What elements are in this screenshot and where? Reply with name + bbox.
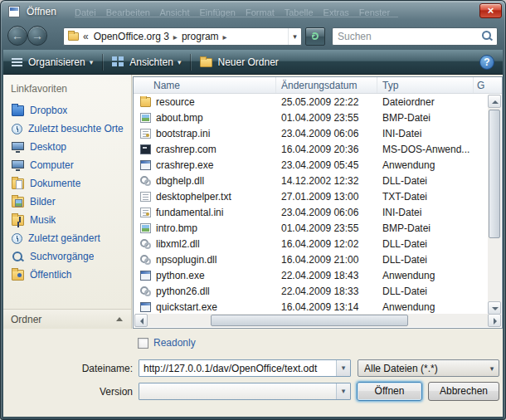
forward-button[interactable]: [27, 26, 47, 46]
file-date-cell: 25.05.2009 22:22: [276, 96, 377, 108]
filetype-select[interactable]: Alle Dateien (*.*): [358, 359, 499, 377]
column-header-name[interactable]: Name: [134, 77, 276, 93]
scroll-up-button[interactable]: [488, 95, 501, 108]
back-button[interactable]: [7, 26, 27, 46]
chevron-right-icon[interactable]: [171, 32, 180, 42]
file-row-libxml2-dll[interactable]: libxml2.dll 16.04.2009 12:02 DLL-Datei: [134, 236, 489, 252]
window-title: Öffnen: [27, 6, 56, 17]
file-row-dbghelp-dll[interactable]: dbghelp.dll 14.12.2002 12:32 DLL-Datei: [134, 173, 489, 188]
file-row-fundamental-ini[interactable]: fundamental.ini 23.04.2009 06:06 INI-Dat…: [134, 204, 489, 220]
file-row-bootstrap-ini[interactable]: bootstrap.ini 23.04.2009 06:06 INI-Datei: [134, 125, 489, 141]
sidebar-item-bilder[interactable]: Bilder: [3, 193, 131, 211]
h-scrollbar[interactable]: [134, 314, 501, 327]
breadcrumb-item-openoffice[interactable]: OpenOffice.org 3: [92, 31, 171, 42]
file-date-cell: 27.01.2009 13:00: [276, 191, 377, 203]
sidebar-item-label: Dropbox: [30, 105, 67, 116]
column-header-size[interactable]: G: [474, 77, 502, 93]
version-select[interactable]: [139, 383, 351, 400]
file-name-cell: bootstrap.ini: [134, 128, 276, 139]
h-scroll-thumb[interactable]: [211, 315, 408, 326]
address-dropdown-icon[interactable]: [288, 28, 301, 45]
sidebar-item-musik[interactable]: Musik: [3, 211, 131, 229]
new-folder-button[interactable]: Neuer Ordner: [192, 52, 285, 72]
file-row-desktophelper-txt[interactable]: desktophelper.txt 27.01.2009 13:00 TXT-D…: [134, 188, 489, 204]
file-row-intro-bmp[interactable]: intro.bmp 01.04.2009 23:55 BMP-Datei: [134, 220, 489, 236]
file-row-python26-dll[interactable]: python26.dll 22.04.2009 18:33 DLL-Datei: [134, 283, 489, 299]
sidebar-item-dokumente[interactable]: Dokumente: [3, 174, 131, 193]
search-input[interactable]: [333, 31, 480, 42]
pictures-icon: [12, 197, 24, 208]
file-list-header: Name Änderungsdatum Typ G: [134, 77, 502, 94]
filename-input[interactable]: [139, 363, 336, 374]
close-button[interactable]: ×: [479, 3, 502, 18]
app-icon: [140, 160, 151, 170]
sidebar: Linkfavoriten Dropbox Zuletzt besuchte O…: [3, 75, 132, 329]
views-button[interactable]: Ansichten: [105, 52, 188, 72]
scroll-down-button[interactable]: [488, 301, 501, 315]
chevron-down-icon: [90, 58, 94, 66]
ini-icon: [140, 129, 151, 139]
v-scroll-thumb[interactable]: [489, 110, 500, 238]
sidebar-item-label: Desktop: [30, 141, 66, 153]
file-name-cell: intro.bmp: [134, 222, 276, 234]
file-row-resource[interactable]: resource 25.05.2009 22:22 Dateiordner: [134, 94, 489, 110]
file-row-crashrep-com[interactable]: crashrep.com 16.04.2009 20:36 MS-DOS-Anw…: [134, 141, 489, 157]
sidebar-item-suchvorg-nge[interactable]: Suchvorgänge: [3, 247, 131, 266]
folder-icon: [140, 97, 151, 107]
file-name-cell: dbghelp.dll: [134, 175, 276, 187]
open-button[interactable]: Öffnen: [357, 382, 422, 401]
breadcrumb-overflow-chevron[interactable]: «: [83, 31, 89, 42]
breadcrumb-item-program[interactable]: program: [180, 31, 221, 42]
txt-icon: [140, 192, 151, 202]
readonly-label: Readonly: [153, 337, 196, 349]
chevron-right-icon[interactable]: [221, 32, 230, 42]
filename-combobox[interactable]: [139, 359, 351, 377]
cancel-button[interactable]: Abbrechen: [428, 382, 499, 401]
sidebar-item-desktop[interactable]: Desktop: [3, 138, 131, 156]
sidebar-items: Dropbox Zuletzt besuchte Orte Desktop Co…: [3, 101, 131, 284]
sidebar-item-zuletzt-ge-ndert[interactable]: Zuletzt geändert: [3, 229, 131, 247]
file-row-python-exe[interactable]: python.exe 22.04.2009 18:43 Anwendung: [134, 267, 489, 283]
folders-toggle[interactable]: Ordner: [3, 309, 131, 329]
file-date-cell: 16.04.2009 20:36: [276, 144, 377, 155]
sidebar-item-label: Musik: [30, 214, 56, 226]
documents-icon: [12, 178, 24, 189]
sidebar-item-label: Computer: [30, 159, 74, 171]
app-icon: [140, 271, 151, 281]
sidebar-item-computer[interactable]: Computer: [3, 156, 131, 174]
file-name-cell: crashrep.exe: [134, 159, 276, 171]
image-icon: [140, 113, 151, 123]
file-date-cell: 22.04.2009 18:43: [276, 270, 377, 281]
search-box[interactable]: [332, 27, 498, 46]
scroll-left-button[interactable]: [134, 314, 148, 327]
titlebar[interactable]: Öffnen Datei Bearbeiten Ansicht Einfügen…: [0, 0, 506, 23]
file-name: quickstart.exe: [156, 301, 217, 313]
scroll-right-button[interactable]: [488, 314, 501, 327]
filename-label: Dateiname:: [53, 363, 133, 374]
file-row-crashrep-exe[interactable]: crashrep.exe 23.04.2009 05:45 Anwendung: [134, 157, 489, 173]
sidebar-item-zuletzt-besuchte-orte[interactable]: Zuletzt besuchte Orte: [3, 120, 131, 138]
organize-button[interactable]: Organisieren: [3, 52, 100, 72]
file-type-cell: TXT-Datei: [377, 191, 474, 203]
readonly-row: Readonly: [138, 337, 196, 349]
chevron-down-icon: [336, 383, 350, 399]
help-button[interactable]: ?: [479, 55, 494, 70]
file-name: python.exe: [156, 270, 205, 281]
file-row-npsoplugin-dll[interactable]: npsoplugin.dll 16.04.2009 21:00 DLL-Date…: [134, 252, 489, 267]
file-row-about-bmp[interactable]: about.bmp 01.04.2009 23:55 BMP-Datei: [134, 110, 489, 125]
sidebar-item-label: Dokumente: [30, 178, 80, 189]
file-row-quickstart-exe[interactable]: quickstart.exe 16.04.2009 13:14 Anwendun…: [134, 299, 489, 315]
refresh-button[interactable]: [305, 27, 325, 46]
search-icon[interactable]: [480, 30, 494, 43]
column-header-type[interactable]: Typ: [377, 77, 474, 93]
sidebar-item-dropbox[interactable]: Dropbox: [3, 101, 131, 120]
breadcrumb[interactable]: « OpenOffice.org 3 program: [63, 27, 302, 46]
readonly-checkbox[interactable]: [138, 338, 148, 349]
file-name-cell: desktophelper.txt: [134, 191, 276, 203]
version-label: Version: [53, 386, 133, 398]
file-type-cell: Anwendung: [377, 301, 474, 313]
sidebar-item-ffentlich[interactable]: Öffentlich: [3, 266, 131, 284]
column-header-date[interactable]: Änderungsdatum: [276, 77, 377, 93]
filename-dropdown-icon[interactable]: [336, 360, 350, 376]
v-scrollbar[interactable]: [488, 95, 501, 315]
